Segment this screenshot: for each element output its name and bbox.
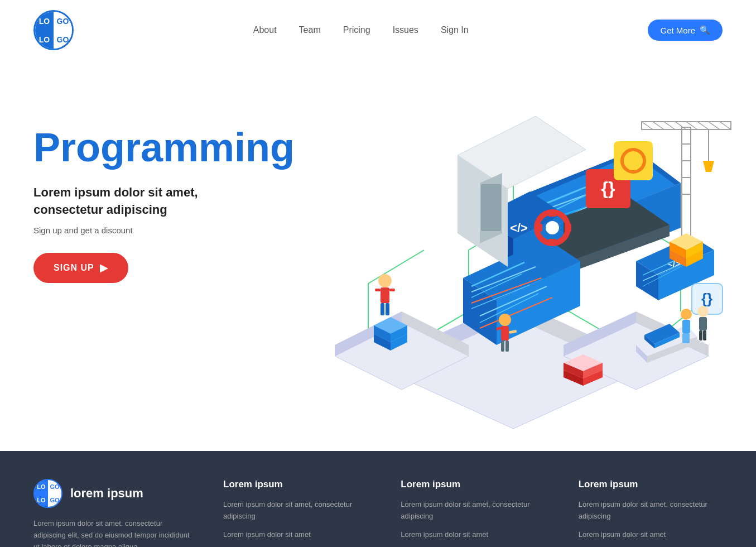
svg-line-73 (709, 122, 720, 129)
svg-line-69 (664, 122, 675, 129)
footer-logo-tl: LO (35, 480, 48, 493)
footer-col1-title: Lorem ipsum (223, 479, 367, 490)
search-icon: 🔍 (700, 25, 710, 35)
footer-logo-icon: LO GO LO GO (33, 479, 62, 508)
footer-col-1: Lorem ipsum Lorem ipsum dolor sit amet, … (223, 479, 367, 547)
footer-col2-text1: Lorem ipsum dolor sit amet, consectetur … (401, 499, 545, 522)
svg-line-67 (642, 122, 653, 129)
svg-rect-101 (375, 289, 381, 291)
footer: LO GO LO GO lorem ipsum Lorem ipsum dolo… (0, 451, 756, 547)
hero-subtitle: Lorem ipsum dolor sit amet,consectetur a… (33, 184, 268, 219)
footer-logo-bl: LO (35, 493, 48, 507)
logo-bl: LO (35, 30, 54, 49)
logo[interactable]: LO GO LO GO (33, 10, 74, 50)
hero-illustration: {} </> (290, 83, 723, 418)
svg-rect-120 (699, 330, 702, 340)
logo-tl: LO (35, 12, 54, 30)
footer-col3-title: Lorem ipsum (579, 479, 723, 490)
svg-rect-121 (703, 330, 706, 340)
hero-content: Programming Lorem ipsum dolor sit amet,c… (33, 83, 268, 283)
svg-point-97 (378, 274, 392, 287)
svg-rect-106 (505, 340, 509, 352)
nav-about[interactable]: About (253, 25, 277, 35)
footer-col3-text1: Lorem ipsum dolor sit amet, consectetur … (579, 499, 723, 522)
svg-rect-125 (481, 184, 501, 231)
signup-button[interactable]: SIGN UP ▶ (33, 253, 128, 283)
svg-rect-117 (682, 333, 690, 343)
footer-logo: LO GO LO GO lorem ipsum (33, 479, 190, 508)
arrow-icon: ▶ (100, 262, 108, 274)
footer-logo-tr: GO (48, 480, 61, 493)
nav-sign-in[interactable]: Sign In (441, 25, 469, 35)
footer-brand: LO GO LO GO lorem ipsum Lorem ipsum dolo… (33, 479, 190, 547)
svg-point-118 (697, 306, 709, 317)
footer-col-2: Lorem ipsum Lorem ipsum dolor sit amet, … (401, 479, 545, 547)
svg-line-72 (697, 122, 709, 129)
svg-rect-119 (699, 317, 707, 330)
svg-marker-76 (703, 161, 714, 172)
nav-issues[interactable]: Issues (393, 25, 418, 35)
svg-rect-53 (565, 224, 571, 232)
header: LO GO LO GO About Team Pricing Issues Si… (0, 0, 756, 60)
footer-col2-title: Lorem ipsum (401, 479, 545, 490)
svg-rect-100 (386, 303, 389, 315)
svg-line-68 (653, 122, 664, 129)
hero-section: Programming Lorem ipsum dolor sit amet,c… (0, 60, 756, 451)
svg-point-103 (499, 314, 511, 326)
svg-point-115 (681, 309, 692, 320)
footer-col2-text2: Lorem ipsum dolor sit amet (401, 529, 545, 541)
logo-br: GO (54, 30, 72, 49)
svg-text:{}: {} (601, 178, 615, 198)
main-nav: About Team Pricing Issues Sign In (253, 25, 469, 35)
footer-logo-br: GO (48, 493, 61, 507)
svg-rect-99 (381, 303, 384, 315)
footer-col1-text1: Lorem ipsum dolor sit amet, consectetur … (223, 499, 367, 522)
hero-title: Programming (33, 127, 268, 167)
svg-rect-98 (381, 287, 389, 303)
svg-rect-104 (501, 326, 509, 340)
svg-text:</>: </> (510, 221, 528, 235)
footer-brand-description: Lorem ipsum dolor sit amet, consectetur … (33, 518, 190, 547)
svg-rect-61 (682, 127, 691, 250)
nav-pricing[interactable]: Pricing (343, 25, 370, 35)
iso-scene: {} </> (290, 83, 723, 418)
get-more-button[interactable]: Get More 🔍 (648, 20, 723, 41)
footer-col1-text2: Lorem ipsum dolor sit amet (223, 529, 367, 541)
svg-line-74 (720, 122, 731, 129)
svg-rect-50 (548, 210, 556, 217)
logo-tr: GO (54, 12, 72, 30)
footer-col3-text2: Lorem ipsum dolor sit amet (579, 529, 723, 541)
svg-point-49 (546, 221, 559, 234)
svg-rect-116 (682, 320, 690, 333)
svg-rect-105 (501, 340, 504, 352)
svg-rect-102 (389, 289, 395, 291)
svg-rect-52 (536, 224, 542, 232)
svg-text:{}: {} (701, 290, 712, 307)
hero-description: Sign up and get a discount (33, 225, 268, 235)
svg-rect-51 (548, 239, 556, 246)
svg-line-70 (675, 122, 686, 129)
svg-rect-28 (614, 141, 653, 180)
illustration-svg: {} </> (290, 83, 748, 429)
footer-col-3: Lorem ipsum Lorem ipsum dolor sit amet, … (579, 479, 723, 547)
nav-team[interactable]: Team (299, 25, 321, 35)
footer-brand-name: lorem ipsum (70, 486, 143, 501)
svg-line-71 (686, 122, 697, 129)
header-actions: Get More 🔍 (648, 20, 723, 41)
